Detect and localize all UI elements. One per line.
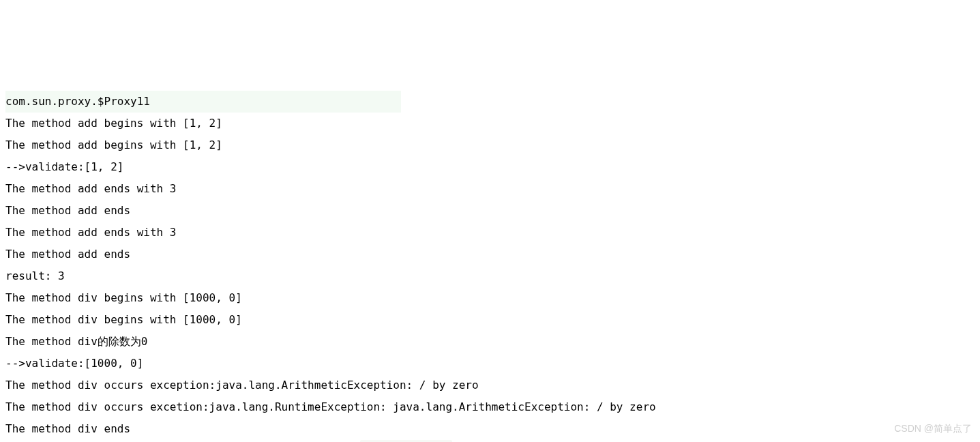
console-line: The method add ends [5,248,130,261]
console-line: com.sun.proxy.$Proxy11 [5,91,401,113]
console-line: The method div ends [5,422,130,435]
console-line: The method div的除数为0 [5,335,148,348]
console-line: The method div begins with [1000, 0] [5,291,242,304]
console-line: The method add ends [5,204,130,217]
console-line: The method div begins with [1000, 0] [5,313,242,326]
console-line: -->validate:[1, 2] [5,160,123,173]
console-line: The method add ends with 3 [5,182,176,195]
console-line: The method add begins with [1, 2] [5,117,222,130]
console-line: The method div occurs exception:java.lan… [5,379,479,392]
console-line: result: 3 [5,269,65,282]
console-line: The method add ends with 3 [5,226,176,239]
console-line: -->validate:[1000, 0] [5,357,143,370]
console-line: The method div occurs excetion:java.lang… [5,400,656,413]
console-line: The method add begins with [1, 2] [5,138,222,151]
console-output: com.sun.proxy.$Proxy11 The method add be… [5,91,975,442]
